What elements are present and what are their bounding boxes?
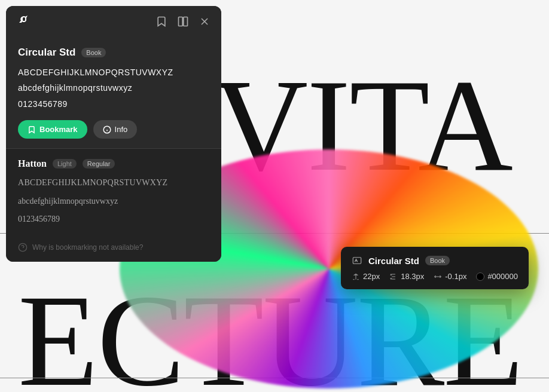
font2-header: Hatton Light Regular (18, 158, 209, 169)
bookmark-icon (155, 16, 167, 27)
color-swatch (476, 272, 484, 281)
font2-sample-numbers: 0123456789 (18, 213, 209, 226)
tooltip-style-badge: Book (425, 256, 450, 265)
tooltip-size-value: 22px (363, 272, 380, 281)
app-logo (16, 13, 32, 30)
font1-sample-numbers: 0123456789 (18, 97, 209, 111)
font1-section: Circular Std Book ABCDEFGHIJKLMNOPQRSTUV… (6, 37, 221, 148)
tooltip-header: Circular Std Book (352, 255, 518, 266)
close-button[interactable] (197, 14, 212, 29)
font-tooltip: Circular Std Book 22px 18.3px (341, 247, 529, 289)
tooltip-color: #000000 (476, 272, 518, 281)
compare-button[interactable] (176, 14, 190, 29)
tooltip-letter-spacing: -0.1px (434, 272, 466, 281)
close-icon (199, 16, 211, 27)
font2-sample-upper: ABCDEFGHIJKLMNOPQRSTUVWXYZ (18, 176, 209, 189)
tooltip-metrics: 22px 18.3px -0.1px #000000 (352, 272, 518, 281)
panel-action-icons (154, 14, 212, 29)
line-height-icon (389, 272, 398, 281)
letter-spacing-icon (434, 272, 442, 281)
font-card-icon (352, 255, 362, 266)
font1-header: Circular Std Book (18, 47, 209, 59)
bookmark-button[interactable] (154, 14, 169, 29)
svg-point-0 (23, 19, 24, 20)
svg-rect-1 (179, 17, 183, 26)
bookmark-font-button[interactable]: Bookmark (18, 120, 87, 139)
font2-regular-badge: Regular (83, 159, 115, 169)
font1-sample-upper: ABCDEFGHIJKLMNOPQRSTUVWXYZ (18, 66, 209, 79)
font1-name: Circular Std (18, 47, 75, 59)
svg-rect-2 (184, 17, 188, 26)
help-icon (18, 243, 28, 252)
tooltip-letter-spacing-value: -0.1px (445, 272, 466, 281)
panel-footer: Why is bookmarking not available? (6, 235, 221, 262)
font1-actions: Bookmark Info (18, 120, 209, 139)
bookmark-button-label: Bookmark (39, 125, 78, 134)
font1-sample-lower: abcdefghijklmnopqrstuvwxyz (18, 81, 209, 94)
font-inspector-panel: Circular Std Book ABCDEFGHIJKLMNOPQRSTUV… (6, 6, 221, 262)
font2-light-badge: Light (53, 159, 77, 169)
tooltip-font-name: Circular Std (368, 256, 419, 266)
tooltip-line-height-value: 18.3px (401, 272, 424, 281)
logo-icon (17, 14, 31, 29)
font-size-icon (352, 272, 360, 281)
panel-header (6, 6, 221, 37)
bookmark-btn-icon (28, 125, 36, 134)
font1-style-badge: Book (81, 48, 106, 57)
info-button-label: Info (115, 125, 128, 134)
tooltip-font-size: 22px (352, 272, 380, 281)
tooltip-line-height: 18.3px (389, 272, 424, 281)
info-btn-icon (103, 125, 111, 134)
font2-section: Hatton Light Regular ABCDEFGHIJKLMNOPQRS… (6, 149, 221, 235)
footer-text: Why is bookmarking not available? (32, 243, 143, 252)
font2-name: Hatton (18, 158, 47, 169)
info-font-button[interactable]: Info (93, 120, 138, 139)
font2-sample-lower: abcdefghijklmnopqrstuvwxyz (18, 195, 209, 208)
compare-icon (177, 16, 189, 27)
tooltip-color-value: #000000 (487, 272, 518, 281)
